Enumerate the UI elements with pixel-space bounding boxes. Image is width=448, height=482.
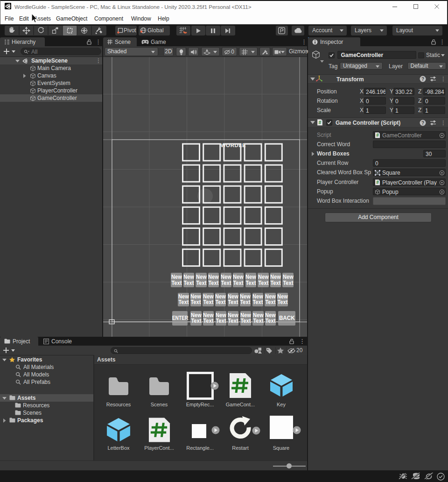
svg-text:#: # <box>376 133 379 138</box>
svg-text:?: ? <box>421 120 424 126</box>
svg-text:?: ? <box>421 77 424 82</box>
svg-text:#: # <box>376 180 379 185</box>
svg-text:WORDLE: WORDLE <box>221 142 246 148</box>
svg-text:#: # <box>319 120 322 125</box>
